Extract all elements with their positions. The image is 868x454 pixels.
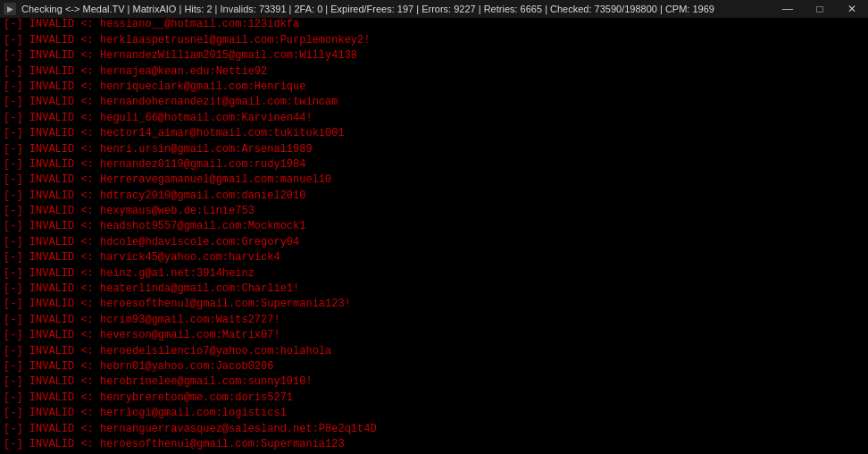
close-button[interactable]: ✕ xyxy=(839,2,864,16)
log-line: [-] INVALID <: hdtracy2010@gmail.com:dan… xyxy=(4,189,864,204)
log-line: [-] INVALID <: heroesofthenul@gmail.com:… xyxy=(4,297,864,312)
title-text: Checking <-> Medal.TV | MatrixAIO | Hits… xyxy=(21,4,714,14)
log-line: [-] INVALID <: heinz.g@a1.net:3914heinz xyxy=(4,266,864,282)
maximize-button[interactable]: □ xyxy=(807,2,832,16)
app-icon: ▶ xyxy=(4,3,16,15)
log-line: [-] INVALID <: hessiano__@hotmail.com:12… xyxy=(4,18,864,33)
log-line: [-] INVALID <: heroedelsilencio7@yahoo.c… xyxy=(4,344,864,359)
log-line: [-] INVALID <: hector14_aimar@hotmail.co… xyxy=(4,126,864,141)
log-line: [-] INVALID <: headshot9557@gmail.com:Mo… xyxy=(4,219,864,234)
log-line: [-] INVALID <: herobrinelee@gmail.com:su… xyxy=(4,374,864,390)
log-line: [-] INVALID <: hebrn01@yahoo.com:Jacob02… xyxy=(4,359,864,374)
log-line: [-] INVALID <: heverson@gmail.com:Matrix… xyxy=(4,328,864,343)
log-line: [-] INVALID <: heguli_66@hotmail.com:Kar… xyxy=(4,111,864,126)
log-line: [-] INVALID <: herrlogi@gmail.com:logist… xyxy=(4,406,864,421)
log-line: [-] INVALID <: hernajea@kean.edu:Nettie9… xyxy=(4,64,864,80)
log-line: [-] INVALID <: henrybrereton@me.com:dori… xyxy=(4,391,864,406)
log-line: [-] INVALID <: herklaaspetrusnel@gmail.c… xyxy=(4,33,864,48)
log-line: [-] INVALID <: henriqueclark@gmail.com:H… xyxy=(4,80,864,95)
log-line: [-] INVALID <: hcrim93@gmail.com:Waits27… xyxy=(4,313,864,328)
log-line: [-] INVALID <: hexymaus@web.de:Linie753 xyxy=(4,204,864,219)
title-left: ▶ Checking <-> Medal.TV | MatrixAIO | Hi… xyxy=(4,3,714,15)
log-line: [-] INVALID <: harvick45@yahoo.com:harvi… xyxy=(4,250,864,265)
log-line: [-] INVALID <: henri.ursin@gmail.com:Ars… xyxy=(4,142,864,157)
log-line: [-] INVALID <: heaterlinda@gmail.com:Cha… xyxy=(4,282,864,297)
log-line: [-] INVALID <: hernandez0119@gmail.com:r… xyxy=(4,157,864,172)
log-line: [-] INVALID <: Herreravegamanuel@gmail.c… xyxy=(4,172,864,188)
title-bar: ▶ Checking <-> Medal.TV | MatrixAIO | Hi… xyxy=(0,0,868,18)
log-line: [-] INVALID <: HernandezWilliam2015@gmai… xyxy=(4,48,864,63)
log-line: [-] INVALID <: hdcole@hdaviscole.com:Gre… xyxy=(4,235,864,250)
log-line: [-] INVALID <: hernandohernandezit@gmail… xyxy=(4,95,864,110)
minimize-button[interactable]: — xyxy=(775,2,800,16)
log-line: [-] INVALID <: hernanguerravasquez@sales… xyxy=(4,422,864,437)
log-container: [-] INVALID <: heroic21@hotmail.com:Lyfe… xyxy=(0,18,868,454)
title-controls: — □ ✕ xyxy=(775,2,864,16)
log-line: [-] INVALID <: heroesofthenul@gmail.com:… xyxy=(4,437,864,452)
